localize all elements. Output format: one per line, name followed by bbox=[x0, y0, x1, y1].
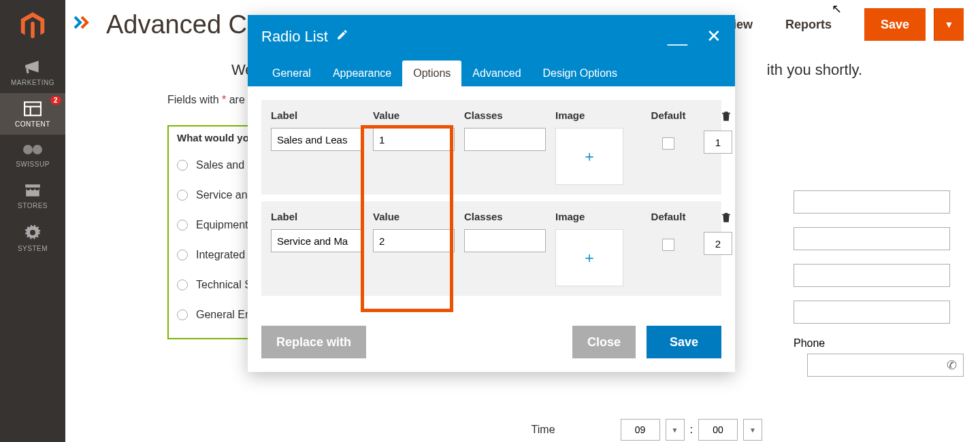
tab-general[interactable]: General bbox=[261, 61, 322, 86]
plus-icon: ＋ bbox=[582, 146, 597, 167]
option-label-input[interactable] bbox=[271, 229, 363, 252]
time-label: Time bbox=[532, 424, 555, 436]
option-value-input[interactable] bbox=[373, 128, 455, 151]
edit-title-icon[interactable] bbox=[336, 29, 348, 44]
nav-label: CONTENT bbox=[15, 120, 50, 128]
radio-list-modal: Radio List __ ✕ General Appearance Optio… bbox=[248, 15, 735, 372]
reports-link[interactable]: Reports bbox=[785, 18, 832, 32]
time-minute-select[interactable]: 00 bbox=[698, 419, 738, 441]
nav-swissup[interactable]: SWISSUP bbox=[0, 135, 65, 175]
nav-label: SWISSUP bbox=[16, 160, 50, 168]
close-button[interactable]: Close bbox=[572, 326, 636, 358]
trash-icon[interactable] bbox=[720, 211, 732, 228]
admin-sidebar: MARKETING CONTENT 2 SWISSUP STORES SYSTE… bbox=[0, 0, 65, 442]
text-input[interactable] bbox=[794, 227, 950, 250]
default-checkbox[interactable] bbox=[662, 137, 674, 150]
gear-icon bbox=[24, 224, 41, 241]
radio-icon bbox=[177, 190, 188, 201]
tab-advanced[interactable]: Advanced bbox=[461, 61, 532, 86]
time-picker: Time 09 ▼ : 00 ▼ bbox=[532, 419, 762, 441]
value-header: Value bbox=[373, 109, 455, 121]
close-icon[interactable]: ✕ bbox=[706, 26, 721, 47]
nav-label: MARKETING bbox=[11, 79, 54, 86]
tab-options[interactable]: Options bbox=[402, 61, 461, 86]
image-header: Image bbox=[555, 109, 634, 121]
classes-header: Classes bbox=[464, 211, 546, 222]
nav-label: SYSTEM bbox=[18, 245, 48, 252]
text-input[interactable] bbox=[794, 301, 950, 324]
option-classes-input[interactable] bbox=[464, 128, 546, 151]
classes-header: Classes bbox=[464, 109, 546, 121]
megaphone-icon bbox=[24, 60, 42, 75]
phone-icon: ✆ bbox=[947, 358, 957, 373]
option-row: Label Value Classes Image ＋ Default bbox=[261, 100, 721, 194]
radio-icon bbox=[177, 160, 188, 171]
image-header: Image bbox=[555, 211, 634, 222]
option-row: Label Value Classes Image ＋ Default bbox=[261, 201, 721, 296]
time-separator: : bbox=[690, 424, 693, 436]
nav-stores[interactable]: STORES bbox=[0, 175, 65, 216]
modal-footer: Replace with Close Save bbox=[248, 316, 735, 372]
value-header: Value bbox=[373, 211, 455, 222]
phone-input[interactable] bbox=[807, 354, 964, 377]
nav-label: STORES bbox=[18, 202, 48, 209]
radio-icon bbox=[177, 279, 188, 290]
minimize-icon[interactable]: __ bbox=[668, 26, 687, 47]
magento-logo[interactable] bbox=[0, 0, 65, 52]
nav-content[interactable]: CONTENT 2 bbox=[0, 93, 65, 135]
save-dropdown-button[interactable]: ▼ bbox=[934, 8, 964, 41]
modal-save-button[interactable]: Save bbox=[647, 326, 721, 358]
brand-chevron-icon bbox=[74, 14, 94, 35]
default-header: Default bbox=[651, 109, 686, 121]
svg-rect-0 bbox=[24, 102, 41, 116]
tab-appearance[interactable]: Appearance bbox=[322, 61, 402, 86]
replace-with-button[interactable]: Replace with bbox=[261, 326, 366, 358]
order-input[interactable] bbox=[704, 131, 732, 154]
option-label-input[interactable] bbox=[271, 128, 363, 151]
modal-title: Radio List bbox=[261, 28, 328, 46]
add-image-button[interactable]: ＋ bbox=[555, 128, 623, 185]
text-input[interactable] bbox=[794, 190, 950, 214]
tab-design-options[interactable]: Design Options bbox=[532, 61, 628, 86]
add-image-button[interactable]: ＋ bbox=[555, 229, 623, 286]
modal-tabs: General Appearance Options Advanced Desi… bbox=[248, 52, 735, 86]
trash-icon[interactable] bbox=[720, 109, 732, 126]
dropdown-caret-icon[interactable]: ▼ bbox=[743, 419, 762, 441]
time-hour-select[interactable]: 09 bbox=[621, 419, 660, 441]
phone-label: Phone bbox=[794, 337, 964, 350]
order-input[interactable] bbox=[704, 232, 732, 255]
modal-body: Label Value Classes Image ＋ Default bbox=[248, 86, 735, 316]
svg-point-4 bbox=[33, 145, 42, 154]
swissup-icon bbox=[22, 143, 43, 156]
store-icon bbox=[24, 183, 42, 198]
form-right-column: Phone ✆ bbox=[794, 190, 964, 377]
text-input[interactable] bbox=[794, 264, 950, 287]
radio-icon bbox=[177, 220, 188, 231]
dropdown-caret-icon[interactable]: ▼ bbox=[666, 419, 685, 441]
radio-icon bbox=[177, 309, 188, 320]
modal-header: Radio List __ ✕ General Appearance Optio… bbox=[248, 15, 735, 86]
nav-system[interactable]: SYSTEM bbox=[0, 216, 65, 259]
option-classes-input[interactable] bbox=[464, 229, 546, 252]
svg-point-3 bbox=[23, 145, 33, 154]
label-header: Label bbox=[271, 109, 363, 121]
option-value-input[interactable] bbox=[373, 229, 455, 252]
nav-marketing[interactable]: MARKETING bbox=[0, 52, 65, 93]
notification-badge[interactable]: 2 bbox=[50, 96, 61, 105]
plus-icon: ＋ bbox=[582, 248, 597, 268]
default-checkbox[interactable] bbox=[662, 239, 674, 251]
default-header: Default bbox=[651, 211, 686, 222]
save-button[interactable]: Save bbox=[864, 8, 926, 41]
layout-icon bbox=[24, 101, 42, 116]
radio-icon bbox=[177, 250, 188, 260]
label-header: Label bbox=[271, 211, 363, 222]
